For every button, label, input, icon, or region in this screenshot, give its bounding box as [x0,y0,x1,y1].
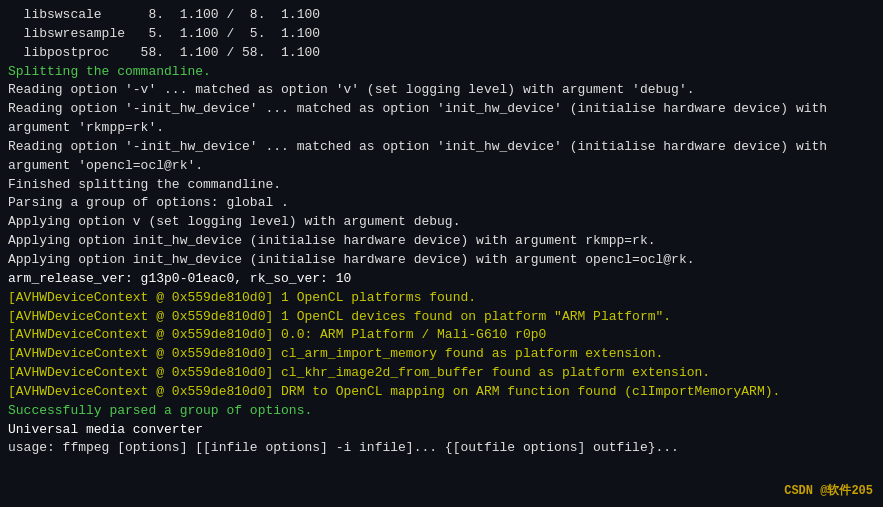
line-16: [AVHWDeviceContext @ 0x559de810d0] 1 Ope… [8,289,875,308]
watermark: CSDN @软件205 [784,482,873,499]
line-6: Reading option '-init_hw_device' ... mat… [8,100,875,119]
line-11: Parsing a group of options: global . [8,194,875,213]
line-9: argument 'opencl=ocl@rk'. [8,157,875,176]
line-24: usage: ffmpeg [options] [[infile options… [8,439,875,458]
line-18: [AVHWDeviceContext @ 0x559de810d0] 0.0: … [8,326,875,345]
line-14: Applying option init_hw_device (initiali… [8,251,875,270]
line-8: Reading option '-init_hw_device' ... mat… [8,138,875,157]
line-4: Splitting the commandline. [8,63,875,82]
terminal: libswscale 8. 1.100 / 8. 1.100 libswresa… [0,0,883,507]
line-13: Applying option init_hw_device (initiali… [8,232,875,251]
line-21: [AVHWDeviceContext @ 0x559de810d0] DRM t… [8,383,875,402]
line-3: libpostproc 58. 1.100 / 58. 1.100 [8,44,875,63]
terminal-output: libswscale 8. 1.100 / 8. 1.100 libswresa… [8,6,875,458]
line-19: [AVHWDeviceContext @ 0x559de810d0] cl_ar… [8,345,875,364]
line-7: argument 'rkmpp=rk'. [8,119,875,138]
line-23: Universal media converter [8,421,875,440]
line-12: Applying option v (set logging level) wi… [8,213,875,232]
line-17: [AVHWDeviceContext @ 0x559de810d0] 1 Ope… [8,308,875,327]
line-2: libswresample 5. 1.100 / 5. 1.100 [8,25,875,44]
line-22: Successfully parsed a group of options. [8,402,875,421]
line-20: [AVHWDeviceContext @ 0x559de810d0] cl_kh… [8,364,875,383]
line-5: Reading option '-v' ... matched as optio… [8,81,875,100]
line-1: libswscale 8. 1.100 / 8. 1.100 [8,6,875,25]
line-15: arm_release_ver: g13p0-01eac0, rk_so_ver… [8,270,875,289]
line-10: Finished splitting the commandline. [8,176,875,195]
